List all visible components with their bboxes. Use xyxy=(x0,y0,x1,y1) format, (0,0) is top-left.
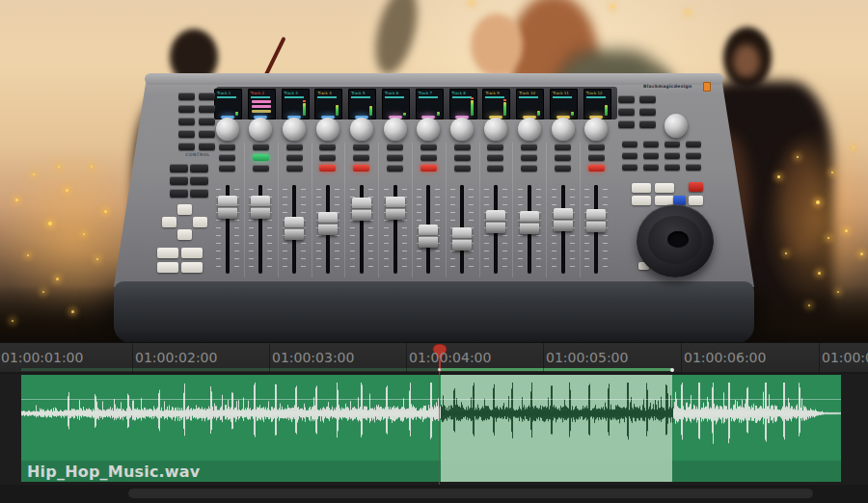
stop-button[interactable] xyxy=(655,183,674,193)
edit-function-button[interactable] xyxy=(643,164,659,171)
ruler-tick xyxy=(406,343,407,372)
ruler-tick xyxy=(132,343,133,372)
ruler-tick xyxy=(543,343,544,372)
ruler-timecode: 01:00:06:00 xyxy=(684,350,766,365)
app-window: Track 1Track 2Track 3Track 4Track 5Track… xyxy=(0,0,868,503)
track-area: Hip_Hop_Music.wav xyxy=(0,374,868,485)
edit-function-button[interactable] xyxy=(665,152,680,159)
ruler-timecode: 01:00:03:00 xyxy=(272,350,354,365)
scrollbar-thumb[interactable] xyxy=(128,489,813,498)
clip-volume-line[interactable] xyxy=(21,399,841,400)
loop-button[interactable] xyxy=(632,183,651,193)
edit-function-button[interactable] xyxy=(622,152,637,159)
transport-extra-button[interactable] xyxy=(689,196,703,205)
audio-clip[interactable]: Hip_Hop_Music.wav xyxy=(21,375,841,482)
edit-function-button[interactable] xyxy=(643,152,659,159)
ruler-timecode: 01:00:02:00 xyxy=(135,350,217,365)
ruler-timecode: 01:00:01:00 xyxy=(1,350,83,365)
selection-range-line xyxy=(441,368,672,371)
ruler-tick xyxy=(269,343,270,372)
automation-button[interactable] xyxy=(639,108,656,116)
edit-function-button[interactable] xyxy=(686,164,701,171)
rewind-button[interactable] xyxy=(632,196,651,205)
waveform-canvas xyxy=(21,375,841,460)
ruler-tick xyxy=(819,343,820,372)
edit-function-button[interactable] xyxy=(665,164,680,171)
automation-button[interactable] xyxy=(618,95,635,103)
edit-function-button[interactable] xyxy=(643,141,659,147)
edit-function-button[interactable] xyxy=(686,152,701,159)
ruler-timecode: 01:00:07:00 xyxy=(822,350,868,365)
edit-function-button[interactable] xyxy=(622,164,637,171)
ruler-tick xyxy=(681,343,682,372)
timeline-ruler[interactable]: 01:00:01:0001:00:02:0001:00:03:0001:00:0… xyxy=(0,342,868,375)
edit-function-button[interactable] xyxy=(622,141,637,147)
console-right-section xyxy=(0,0,868,347)
selection-end-dot xyxy=(670,368,674,372)
automation-button[interactable] xyxy=(639,120,656,128)
edit-function-button[interactable] xyxy=(665,141,680,147)
ruler-timecode: 01:00:05:00 xyxy=(546,350,628,365)
playhead-line xyxy=(439,371,440,485)
automation-button[interactable] xyxy=(618,108,635,116)
record-button[interactable] xyxy=(689,182,703,192)
clip-name-label: Hip_Hop_Music.wav xyxy=(27,463,200,481)
automation-button[interactable] xyxy=(639,95,656,103)
timeline-scrollbar xyxy=(0,485,868,503)
jog-wheel-dimple xyxy=(667,231,689,248)
automation-button[interactable] xyxy=(618,120,635,128)
edit-function-button[interactable] xyxy=(686,141,701,147)
clip-range-line xyxy=(21,368,441,371)
timeline-panel: 01:00:01:0001:00:02:0001:00:03:0001:00:0… xyxy=(0,342,868,503)
ruler-timecode: 01:00:04:00 xyxy=(409,350,491,365)
